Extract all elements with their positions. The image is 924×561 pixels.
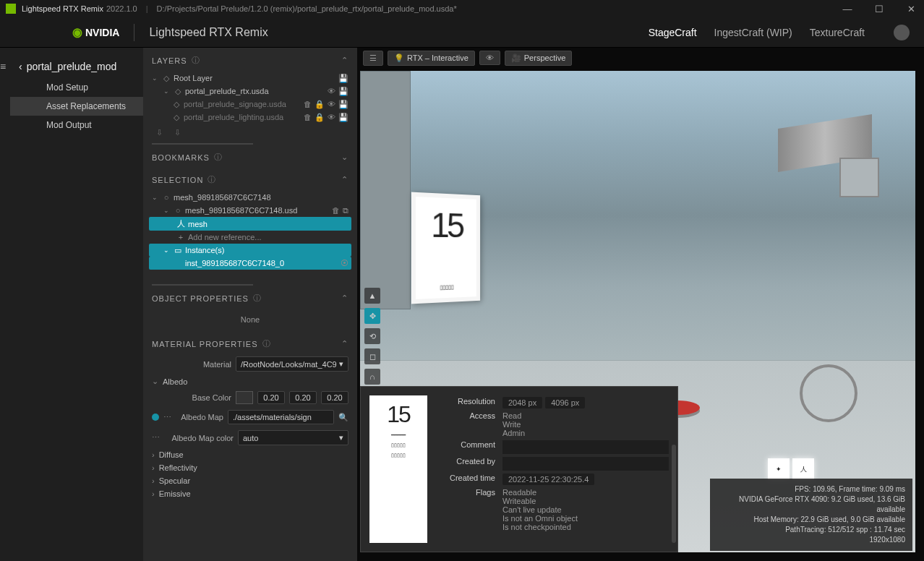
visibility-button[interactable]: 👁: [479, 51, 500, 65]
save-icon[interactable]: 💾: [338, 100, 348, 109]
createdby-input[interactable]: [502, 457, 669, 471]
chevron-up-icon: ⌃: [341, 175, 348, 184]
override-indicator: [152, 414, 159, 421]
layer-root[interactable]: ⌄◇ Root Layer 💾: [149, 72, 351, 85]
app-name: Lightspeed RTX Remix: [22, 4, 103, 13]
move-tool[interactable]: ✥: [364, 308, 380, 324]
lock-icon[interactable]: 🔒: [315, 113, 325, 122]
minimize-button[interactable]: —: [840, 4, 855, 14]
info-icon: ⓘ: [192, 55, 200, 66]
eye-icon[interactable]: 👁: [328, 87, 335, 96]
base-color-label: Base Color: [152, 393, 231, 402]
section-material-properties[interactable]: MATERIAL PROPERTIES ⓘ ⌃: [143, 331, 357, 354]
import-icon[interactable]: ⇩: [156, 128, 163, 137]
selection-row-instances[interactable]: ⌄▭ Instance(s): [149, 244, 351, 257]
scene-wall: [360, 71, 411, 309]
nvidia-logo: ◉ NVIDIA: [72, 25, 119, 39]
info-icon: ⓘ: [208, 174, 216, 185]
user-avatar[interactable]: [894, 25, 910, 40]
albedo-map-path[interactable]: ./assets/materials/sign: [228, 410, 334, 424]
add-reference-button[interactable]: + Add new reference...: [149, 231, 351, 244]
comment-input[interactable]: [502, 440, 669, 454]
lock-icon[interactable]: 🔒: [315, 100, 325, 109]
browse-icon[interactable]: 🔍: [338, 413, 348, 422]
sidebar-item-asset-replacements[interactable]: Asset Replacements: [10, 97, 143, 116]
albedo-map-label: Albedo Map: [176, 413, 223, 421]
camera-dropdown[interactable]: 🎥Perspective: [505, 51, 572, 66]
info-icon: ⓘ: [262, 338, 271, 349]
section-selection[interactable]: SELECTION ⓘ ⌃: [143, 167, 357, 189]
base-color-g[interactable]: [289, 391, 317, 404]
createdtime-value: 2022-11-25 22:30:25.4: [502, 474, 594, 485]
rotate-tool[interactable]: ⟲: [364, 328, 380, 344]
more-icon[interactable]: ⋯: [163, 413, 171, 422]
chevron-down-icon: ▾: [339, 359, 343, 369]
scrollbar[interactable]: [672, 445, 676, 543]
maximize-button[interactable]: ☐: [872, 4, 886, 14]
material-dropdown[interactable]: /RootNode/Looks/mat_4C9 ▾: [236, 356, 348, 372]
viewport-tools: ▲ ✥ ⟲ ◻ ∩: [364, 288, 380, 385]
save-icon[interactable]: 💾: [338, 113, 348, 122]
nav-stagecraft[interactable]: StageCraft: [649, 27, 697, 38]
section-layers[interactable]: LAYERS ⓘ ⌃: [143, 48, 357, 70]
subsection-specular[interactable]: ›Specular: [143, 474, 357, 487]
delete-icon[interactable]: 🗑: [304, 100, 312, 109]
layer-item[interactable]: ◇ portal_prelude_lighting.usda 🗑🔒👁💾: [149, 111, 351, 124]
render-mode-dropdown[interactable]: 💡RTX – Interactive: [388, 51, 475, 66]
info-icon: ⓘ: [214, 152, 223, 163]
layer-item[interactable]: ⌄◇ portal_prelude_rtx.usda 👁💾: [149, 85, 351, 98]
left-rail: ≡: [0, 48, 10, 561]
selection-row[interactable]: ⌄○ mesh_989185687C6C7148.usd 🗑⧉: [149, 204, 351, 217]
chevron-left-icon: ‹: [19, 61, 22, 72]
sidebar-item-mod-setup[interactable]: Mod Setup: [10, 78, 143, 97]
bulb-icon: 💡: [394, 53, 404, 63]
close-button[interactable]: ✕: [904, 4, 918, 14]
save-icon[interactable]: 💾: [338, 74, 348, 83]
subsection-reflectivity[interactable]: ›Reflectivity: [143, 461, 357, 474]
layer-item[interactable]: ◇ portal_prelude_signage.usda 🗑🔒👁💾: [149, 98, 351, 111]
header: ◉ NVIDIA Lightspeed RTX Remix StageCraft…: [0, 17, 924, 48]
copy-icon[interactable]: ⧉: [343, 206, 348, 215]
settings-button[interactable]: ☰: [363, 51, 383, 66]
scene-level-sign: 15 ▯▯▯▯▯: [411, 192, 480, 304]
viewport-toolbar: ☰ 💡RTX – Interactive 👁 🎥Perspective: [357, 48, 924, 68]
viewport-container: ☰ 💡RTX – Interactive 👁 🎥Perspective 15 ▯…: [357, 48, 924, 561]
eye-icon[interactable]: 👁: [328, 100, 335, 109]
resolution-height: 4096 px: [545, 397, 585, 408]
section-bookmarks[interactable]: BOOKMARKS ⓘ ⌄: [143, 145, 357, 167]
eye-icon[interactable]: 👁: [328, 113, 335, 122]
sidebar-item-mod-output[interactable]: Mod Output: [10, 116, 143, 134]
save-icon[interactable]: 💾: [338, 87, 348, 96]
properties-panel: LAYERS ⓘ ⌃ ⌄◇ Root Layer 💾 ⌄◇ portal_pre…: [143, 48, 357, 561]
chevron-up-icon: ⌃: [341, 294, 348, 303]
subsection-albedo[interactable]: ⌄Albedo: [143, 374, 357, 388]
resolution-label: Resolution: [436, 397, 502, 408]
base-color-b[interactable]: [321, 391, 348, 404]
target-icon[interactable]: ⦿: [341, 259, 348, 267]
scale-tool[interactable]: ◻: [364, 348, 380, 364]
app-icon: [6, 4, 16, 14]
file-path: D:/Projects/Portal Prelude/1.2.0 (remix)…: [157, 4, 840, 13]
breadcrumb[interactable]: ‹ portal_prelude_mod: [10, 55, 143, 78]
hamburger-icon[interactable]: ≡: [0, 61, 10, 561]
more-icon[interactable]: ⋯: [152, 433, 160, 442]
info-icon: ⓘ: [253, 293, 262, 304]
snap-tool[interactable]: ∩: [364, 369, 380, 385]
color-swatch[interactable]: [236, 391, 253, 404]
titlebar-divider: |: [146, 4, 148, 13]
subsection-diffuse[interactable]: ›Diffuse: [143, 448, 357, 461]
delete-icon[interactable]: 🗑: [304, 113, 312, 122]
section-object-properties[interactable]: OBJECT PROPERTIES ⓘ ⌃: [143, 286, 357, 308]
nav-ingestcraft[interactable]: IngestCraft (WIP): [714, 27, 792, 38]
subsection-emissive[interactable]: ›Emissive: [143, 487, 357, 500]
selection-row-instance[interactable]: inst_989185687C6C7148_0 ⦿: [149, 257, 351, 270]
select-tool[interactable]: ▲: [364, 288, 380, 304]
delete-icon[interactable]: 🗑: [332, 206, 340, 215]
comment-label: Comment: [436, 440, 502, 454]
nav-texturecraft[interactable]: TextureCraft: [810, 27, 865, 38]
base-color-r[interactable]: [257, 391, 285, 404]
selection-row-mesh[interactable]: 人 mesh: [149, 217, 351, 231]
import-icon[interactable]: ⇩: [174, 128, 181, 137]
selection-row[interactable]: ⌄○ mesh_989185687C6C7148: [149, 191, 351, 204]
albedo-map-color-dropdown[interactable]: auto ▾: [238, 430, 348, 445]
